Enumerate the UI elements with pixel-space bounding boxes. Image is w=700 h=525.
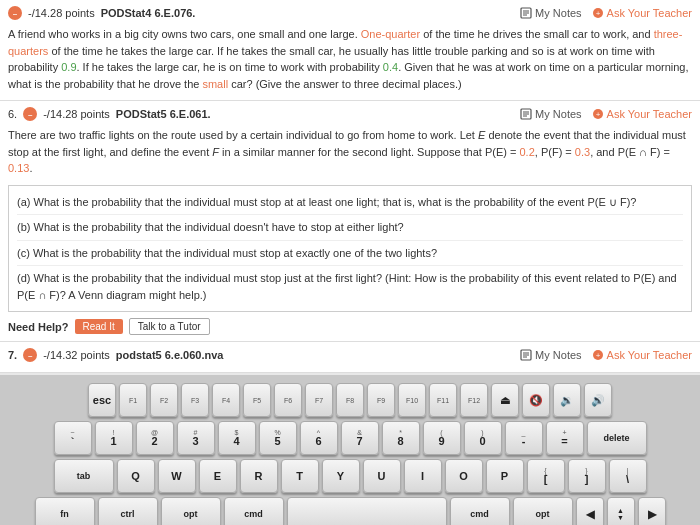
key-cmd-left[interactable]: cmd [224,497,284,525]
key-6[interactable]: ^6 [300,421,338,455]
my-notes-btn-top[interactable]: My Notes [520,7,581,19]
problem-header-left-top: – -/14.28 points PODStat4 6.E.076. [8,6,195,20]
key-backslash[interactable]: |\ [609,459,647,493]
ask-teacher-btn-7[interactable]: + Ask Your Teacher [592,349,692,361]
key-w[interactable]: W [158,459,196,493]
sub-part-b: (b) What is the probability that the ind… [17,215,683,241]
key-up-down[interactable]: ▲▼ [607,497,635,525]
problem-id-6: PODStat5 6.E.061. [116,108,211,120]
points-badge-top: – [8,6,22,20]
my-notes-btn-6[interactable]: My Notes [520,108,581,120]
teacher-icon-6: + [592,108,604,120]
sub-part-c: (c) What is the probability that the ind… [17,241,683,267]
problem-body-6: There are two traffic lights on the rout… [8,125,692,179]
notes-icon-7 [520,349,532,361]
key-equals[interactable]: += [546,421,584,455]
key-f4[interactable]: F4 [212,383,240,417]
key-f6[interactable]: F6 [274,383,302,417]
talk-tutor-button[interactable]: Talk to a Tutor [129,318,210,335]
points-text-7: -/14.32 points [43,349,110,361]
key-fn[interactable]: fn [35,497,95,525]
key-eject[interactable]: ⏏ [491,383,519,417]
keyboard-number-row: ~` !1 @2 #3 $4 %5 ^6 &7 *8 (9 )0 _- += d… [4,421,696,455]
need-help-row: Need Help? Read It Talk to a Tutor [8,318,692,335]
key-rbracket[interactable]: }] [568,459,606,493]
key-4[interactable]: $4 [218,421,256,455]
key-mute[interactable]: 🔇 [522,383,550,417]
key-o[interactable]: O [445,459,483,493]
read-it-button[interactable]: Read It [75,319,123,334]
key-lbracket[interactable]: {[ [527,459,565,493]
key-e[interactable]: E [199,459,237,493]
key-f10[interactable]: F10 [398,383,426,417]
key-u[interactable]: U [363,459,401,493]
key-i[interactable]: I [404,459,442,493]
key-f3[interactable]: F3 [181,383,209,417]
key-2[interactable]: @2 [136,421,174,455]
key-cmd-right[interactable]: cmd [450,497,510,525]
key-f11[interactable]: F11 [429,383,457,417]
key-r[interactable]: R [240,459,278,493]
key-vol-up[interactable]: 🔊 [584,383,612,417]
key-opt[interactable]: opt [161,497,221,525]
notes-icon-6 [520,108,532,120]
teacher-icon-top: + [592,7,604,19]
key-f12[interactable]: F12 [460,383,488,417]
key-8[interactable]: *8 [382,421,420,455]
key-tilde[interactable]: ~` [54,421,92,455]
key-3[interactable]: #3 [177,421,215,455]
problem-header-left-6: 6. – -/14.28 points PODStat5 6.E.061. [8,107,211,121]
key-0[interactable]: )0 [464,421,502,455]
header-actions-6: My Notes + Ask Your Teacher [520,108,692,120]
sub-parts-container: (a) What is the probability that the ind… [8,185,692,313]
key-space[interactable] [287,497,447,525]
sub-part-d: (d) What is the probability that the ind… [17,266,683,307]
key-f1[interactable]: F1 [119,383,147,417]
key-minus[interactable]: _- [505,421,543,455]
key-vol-down[interactable]: 🔉 [553,383,581,417]
key-left[interactable]: ◀ [576,497,604,525]
key-9[interactable]: (9 [423,421,461,455]
key-opt-right[interactable]: opt [513,497,573,525]
points-text-6: -/14.28 points [43,108,110,120]
sub-part-a: (a) What is the probability that the ind… [17,190,683,216]
key-f2[interactable]: F2 [150,383,178,417]
header-actions-top: My Notes + Ask Your Teacher [520,7,692,19]
key-f5[interactable]: F5 [243,383,271,417]
key-tab[interactable]: tab [54,459,114,493]
problem-id-top: PODStat4 6.E.076. [101,7,196,19]
keyboard-qwerty-row: tab Q W E R T Y U I O P {[ }] |\ [4,459,696,493]
key-delete[interactable]: delete [587,421,647,455]
key-p[interactable]: P [486,459,524,493]
key-f7[interactable]: F7 [305,383,333,417]
svg-text:+: + [595,351,600,360]
ask-teacher-btn-top[interactable]: + Ask Your Teacher [592,7,692,19]
key-q[interactable]: Q [117,459,155,493]
problem-header-left-7: 7. – -/14.32 points podstat5 6.e.060.nva [8,348,223,362]
points-badge-7: – [23,348,37,362]
key-right[interactable]: ▶ [638,497,666,525]
key-t[interactable]: T [281,459,319,493]
my-notes-btn-7[interactable]: My Notes [520,349,581,361]
key-7[interactable]: &7 [341,421,379,455]
key-esc[interactable]: esc [88,383,116,417]
problem-6-top: – -/14.28 points PODStat4 6.E.076. My No… [0,0,700,101]
ask-teacher-btn-6[interactable]: + Ask Your Teacher [592,108,692,120]
keyboard: esc F1 F2 F3 F4 F5 F6 F7 F8 F9 F10 F11 F… [0,375,700,525]
keyboard-bottom-row: fn ctrl opt cmd cmd opt ◀ ▲▼ ▶ [4,497,696,525]
key-f9[interactable]: F9 [367,383,395,417]
problem-6: 6. – -/14.28 points PODStat5 6.E.061. My… [0,101,700,342]
problem-id-7: podstat5 6.e.060.nva [116,349,224,361]
key-f8[interactable]: F8 [336,383,364,417]
points-text-top: -/14.28 points [28,7,95,19]
key-ctrl[interactable]: ctrl [98,497,158,525]
problem-header-top: – -/14.28 points PODStat4 6.E.076. My No… [8,6,692,20]
teacher-icon-7: + [592,349,604,361]
key-y[interactable]: Y [322,459,360,493]
key-1[interactable]: !1 [95,421,133,455]
key-5[interactable]: %5 [259,421,297,455]
problem-number-7: 7. [8,349,17,361]
notes-icon-top [520,7,532,19]
problem-header-7: 7. – -/14.32 points podstat5 6.e.060.nva… [8,348,692,362]
problem-body-top: A friend who works in a big city owns tw… [8,24,692,94]
